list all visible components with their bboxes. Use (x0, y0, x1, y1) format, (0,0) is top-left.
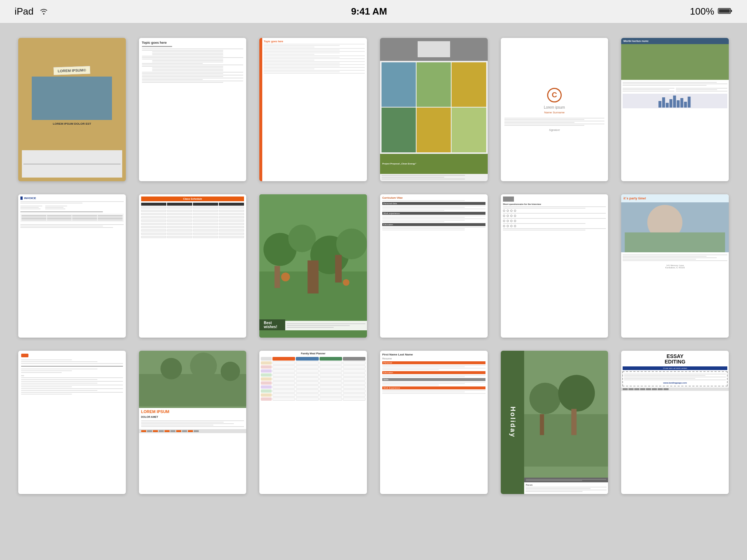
doc-questionnaire[interactable]: Short questionnaire for the Interview (501, 194, 608, 338)
device-label: iPad (15, 6, 34, 17)
doc-resume[interactable]: First Name Last Name Resume Personal Edu… (380, 351, 488, 494)
svg-rect-35 (540, 414, 544, 435)
doc-letter[interactable] (18, 351, 126, 494)
signature: Signature (549, 129, 560, 131)
svg-point-22 (343, 279, 349, 286)
doc-orange-report[interactable]: Topic goes here (259, 38, 367, 181)
cv-section-work: Work experience (382, 212, 485, 215)
quest-logo (503, 197, 514, 202)
proposal-subtext (380, 174, 488, 181)
garden-background (259, 194, 367, 338)
doc-newsletter[interactable]: Morbi luctus nunc (621, 38, 729, 181)
essay-url: www.landingpage.com (624, 381, 726, 385)
resume-name: First Name Last Name (382, 353, 485, 356)
letter-divider (21, 366, 123, 366)
svg-point-33 (530, 383, 561, 414)
essay-banner: Ut wisi enim ad minim veniam (623, 366, 727, 370)
wish-text: Best wishes! (259, 319, 285, 330)
status-right: 100% (690, 6, 733, 17)
doc-invoice[interactable]: INVOICE (18, 194, 126, 338)
status-bar: iPad 9:41 AM 100% (0, 0, 747, 23)
logo-circle: C (547, 88, 562, 102)
report-title: Topic goes here (264, 40, 365, 43)
newsletter-header: Morbi luctus nunc (621, 38, 729, 44)
holiday-photo (524, 351, 608, 478)
schedule-header (141, 203, 244, 206)
resume-section-work: Work Experience (382, 386, 485, 389)
battery-icon (718, 6, 732, 17)
newsletter-photo (621, 44, 729, 80)
svg-rect-25 (625, 232, 725, 252)
doc-project-proposal[interactable]: Project Proposal „Clean Energy" (380, 38, 488, 181)
invoice-title: INVOICE (24, 197, 124, 200)
holiday-parum: Parum (526, 484, 607, 486)
svg-rect-7 (673, 96, 676, 108)
newsletter-content (621, 80, 729, 110)
svg-rect-19 (275, 266, 280, 288)
wifi-icon (39, 6, 48, 17)
flyer-body (139, 418, 247, 429)
party-address: 141 Memory LaneKankakee, IL 40193 (621, 263, 729, 270)
photo-area (32, 77, 112, 120)
battery-percent: 100% (690, 6, 715, 17)
doc-cork-board[interactable]: LOREM IPSUM© LOREM IPSUM DOLOR EST (18, 38, 126, 181)
resume-label: Resume (382, 357, 485, 360)
svg-rect-5 (666, 103, 669, 108)
status-left: iPad (15, 6, 48, 17)
svg-rect-20 (335, 255, 342, 283)
party-title: it´s party time! (623, 197, 727, 200)
cv-line (382, 200, 465, 201)
bottom-strip (22, 150, 122, 178)
doc-class-schedule[interactable]: Class Schedule (139, 194, 247, 338)
doc-business-card[interactable]: C Lorem ipsum Name Surname Signature (501, 38, 608, 181)
svg-rect-11 (688, 97, 691, 108)
doc-title: LOREM IPSUM DOLOR EST (53, 122, 91, 125)
essay-url-box: www.landingpage.com (622, 371, 728, 386)
photos-grid (380, 61, 488, 154)
doc-outline[interactable]: Topic goes here (139, 38, 247, 181)
radio-row (503, 210, 606, 212)
svg-rect-9 (681, 98, 684, 108)
svg-rect-18 (308, 260, 319, 293)
svg-rect-36 (572, 409, 577, 435)
party-photo (621, 202, 729, 253)
doc-holiday[interactable]: Holiday P (501, 351, 608, 494)
party-text (621, 252, 729, 263)
topic-title: Topic goes here (142, 41, 244, 44)
doc-flyer[interactable]: LOREM IPSUM DOLOR AMET (139, 351, 247, 494)
svg-point-30 (221, 362, 240, 381)
doc-cv[interactable]: Curriculum Vitae Personal data Work expe… (380, 194, 488, 338)
svg-rect-6 (670, 99, 673, 108)
outline-line (142, 48, 244, 49)
holiday-banner (524, 478, 608, 482)
svg-rect-2 (731, 10, 732, 12)
proposal-header (380, 38, 488, 61)
holiday-footer-text: Parum (524, 482, 608, 494)
essay-footer (621, 388, 729, 391)
svg-rect-32 (524, 414, 608, 467)
proposal-title: Project Proposal „Clean Energy" (382, 163, 417, 165)
svg-rect-4 (662, 97, 665, 108)
essay-title: ESSAYEDITING (621, 351, 729, 366)
svg-point-21 (281, 272, 290, 281)
essay-banner-text: Ut wisi enim ad minim veniam (624, 367, 726, 369)
flyer-footer (139, 429, 247, 433)
doc-greeting-card[interactable]: Best wishes! (259, 194, 367, 338)
chart-area (623, 94, 727, 108)
holiday-content: Parum (524, 351, 608, 494)
doc-essay-editing[interactable]: ESSAYEDITING Ut wisi enim ad minim venia… (621, 351, 729, 494)
doc-party-invite[interactable]: it´s party time! 141 Memory LaneKankakee… (621, 194, 729, 338)
proposal-footer: Project Proposal „Clean Energy" (380, 154, 488, 174)
main-content: LOREM IPSUM© LOREM IPSUM DOLOR EST Topic… (0, 23, 747, 560)
letter-logo (21, 354, 28, 357)
svg-rect-8 (677, 100, 680, 108)
flyer-title: LOREM IPSUM (139, 408, 247, 416)
schedule-rows (141, 206, 244, 238)
svg-point-34 (558, 375, 595, 412)
svg-rect-10 (684, 102, 687, 108)
holiday-sidebar: Holiday (501, 351, 525, 494)
svg-point-28 (160, 358, 182, 379)
doc-meal-planner[interactable]: Family Meal Planner (259, 351, 367, 494)
letter-line (21, 359, 72, 360)
flyer-photo (139, 351, 247, 408)
